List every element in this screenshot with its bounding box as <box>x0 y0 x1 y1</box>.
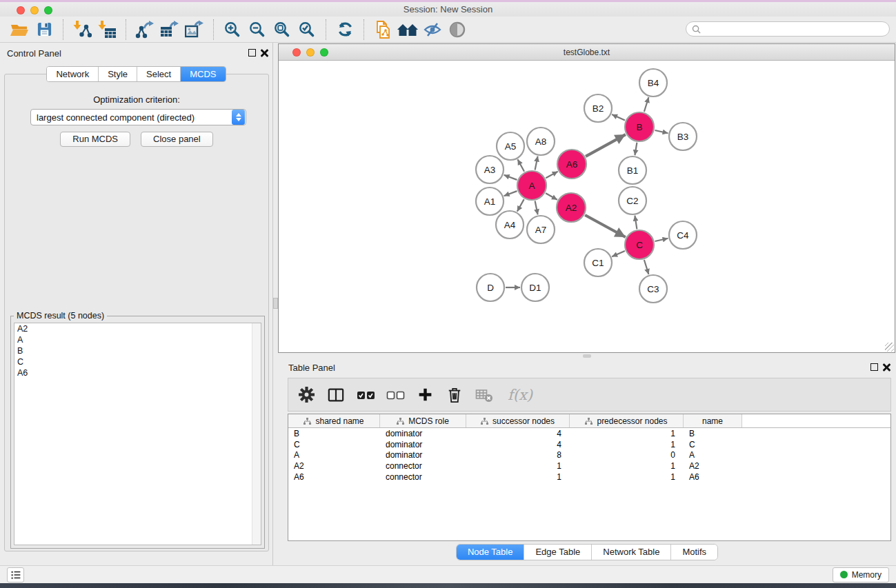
float-panel-icon[interactable] <box>870 363 878 371</box>
close-panel-icon[interactable] <box>260 49 268 57</box>
edge-B-B1[interactable] <box>635 143 637 156</box>
window-resize-grip[interactable] <box>885 343 894 352</box>
table-cell[interactable]: connector <box>380 472 466 482</box>
tab-node-table[interactable]: Node Table <box>457 545 524 560</box>
edge-A-A4[interactable] <box>517 199 524 212</box>
vertical-splitter-grip[interactable] <box>273 298 278 309</box>
export-table-button[interactable] <box>157 19 182 41</box>
show-columns-button[interactable] <box>326 385 346 405</box>
column-header-successor-nodes[interactable]: successor nodes <box>466 414 570 427</box>
scrollbar-track[interactable] <box>252 323 261 545</box>
tab-edge-table[interactable]: Edge Table <box>524 545 591 560</box>
tab-network[interactable]: Network <box>47 67 98 81</box>
tab-select[interactable]: Select <box>137 67 180 81</box>
mcds-result-item[interactable]: C <box>14 356 261 367</box>
table-cell[interactable]: 8 <box>466 450 570 460</box>
edge-A-A2[interactable] <box>546 193 557 199</box>
table-cell[interactable]: 4 <box>466 440 570 449</box>
table-cell[interactable]: A6 <box>288 472 380 482</box>
table-cell[interactable]: B <box>288 429 380 438</box>
task-history-button[interactable] <box>7 567 24 582</box>
graph-node-B3[interactable]: B3 <box>669 123 697 150</box>
graph-node-C1[interactable]: C1 <box>584 249 612 276</box>
hide-details-button[interactable] <box>420 19 445 41</box>
close-window-button[interactable] <box>17 6 25 14</box>
select-all-button[interactable] <box>356 385 375 405</box>
edge-B-B4[interactable] <box>644 97 649 112</box>
node-table[interactable]: shared nameMCDS rolesuccessor nodesprede… <box>288 414 891 541</box>
zoom-fit-button[interactable] <box>270 19 295 41</box>
mcds-result-list[interactable]: A2ABCA6 <box>14 323 261 545</box>
export-network-button[interactable] <box>132 19 157 41</box>
tab-style[interactable]: Style <box>98 67 137 81</box>
table-cell[interactable]: 1 <box>570 429 684 438</box>
table-cell[interactable]: A <box>684 450 742 460</box>
graph-node-B4[interactable]: B4 <box>639 69 667 97</box>
minimize-window-button[interactable] <box>306 48 315 57</box>
graph-node-A6[interactable]: A6 <box>557 150 586 179</box>
tab-mcds[interactable]: MCDS <box>180 67 225 81</box>
table-cell[interactable]: 0 <box>570 450 684 460</box>
open-session-button[interactable] <box>7 19 32 41</box>
table-settings-button[interactable] <box>297 385 316 405</box>
network-window-titlebar[interactable]: testGlobe.txt <box>279 44 895 61</box>
close-panel-button[interactable]: Close panel <box>141 132 213 147</box>
graph-node-A5[interactable]: A5 <box>497 132 524 160</box>
zoom-out-button[interactable] <box>245 19 270 41</box>
zoom-window-button[interactable] <box>44 6 52 14</box>
table-cell[interactable]: dominator <box>380 450 466 460</box>
network-graph-canvas[interactable]: B4B2BB3B1A5A8A6A3AA1A2C2A4A7C4CC1C3DD1 <box>279 61 895 352</box>
edge-A-A3[interactable] <box>504 175 517 180</box>
edge-A-A5[interactable] <box>518 159 525 172</box>
add-column-button[interactable] <box>415 385 435 405</box>
table-cell[interactable]: 1 <box>466 461 570 471</box>
table-cell[interactable]: A <box>288 450 380 460</box>
copy-network-style-button[interactable] <box>370 19 395 41</box>
float-panel-icon[interactable] <box>248 49 256 57</box>
export-image-button[interactable] <box>182 19 207 41</box>
close-panel-icon[interactable] <box>882 363 890 372</box>
edge-A2-C[interactable] <box>585 215 626 237</box>
mcds-result-item[interactable]: B <box>14 345 261 356</box>
zoom-window-button[interactable] <box>320 48 328 57</box>
edge-C-C1[interactable] <box>612 251 625 256</box>
table-cell[interactable]: 1 <box>570 440 684 449</box>
table-cell[interactable]: C <box>684 440 742 449</box>
criterion-select[interactable]: largest connected component (directed) <box>30 109 246 125</box>
table-row[interactable]: Cdominator41C <box>288 439 890 450</box>
close-window-button[interactable] <box>292 48 301 57</box>
tab-network-table[interactable]: Network Table <box>591 545 670 560</box>
table-cell[interactable]: connector <box>380 461 466 471</box>
minimize-window-button[interactable] <box>30 6 39 14</box>
table-cell[interactable]: A6 <box>684 472 742 482</box>
mcds-result-item[interactable]: A2 <box>14 323 261 334</box>
tab-motifs[interactable]: Motifs <box>670 545 717 560</box>
refresh-button[interactable] <box>332 19 357 41</box>
table-cell[interactable]: B <box>684 429 742 438</box>
table-row[interactable]: Bdominator41B <box>288 428 890 439</box>
graph-node-A[interactable]: A <box>517 171 546 200</box>
table-cell[interactable]: C <box>288 440 380 449</box>
home-view-button[interactable] <box>395 19 420 41</box>
edge-A-A6[interactable] <box>546 172 557 178</box>
edge-C-C4[interactable] <box>655 239 668 241</box>
edge-C-C2[interactable] <box>635 216 637 230</box>
table-cell[interactable]: 1 <box>570 461 684 471</box>
import-network-button[interactable] <box>70 19 94 41</box>
column-header-shared-name[interactable]: shared name <box>288 414 380 427</box>
table-cell[interactable]: 4 <box>466 429 570 438</box>
column-header-name[interactable]: name <box>684 414 742 427</box>
zoom-in-button[interactable] <box>220 19 245 41</box>
graph-node-A2[interactable]: A2 <box>557 193 586 222</box>
table-cell[interactable]: 1 <box>570 472 684 482</box>
graph-node-C4[interactable]: C4 <box>669 221 697 249</box>
zoom-selected-button[interactable] <box>295 19 319 41</box>
table-row[interactable]: A6connector11A6 <box>288 472 890 483</box>
delete-column-button[interactable] <box>445 385 464 405</box>
graph-node-D[interactable]: D <box>477 274 504 301</box>
mcds-result-item[interactable]: A6 <box>14 367 261 378</box>
column-header-predecessor-nodes[interactable]: predecessor nodes <box>570 414 684 427</box>
graph-node-C2[interactable]: C2 <box>619 187 646 214</box>
graph-node-A8[interactable]: A8 <box>527 128 555 155</box>
table-cell[interactable]: dominator <box>380 440 466 449</box>
